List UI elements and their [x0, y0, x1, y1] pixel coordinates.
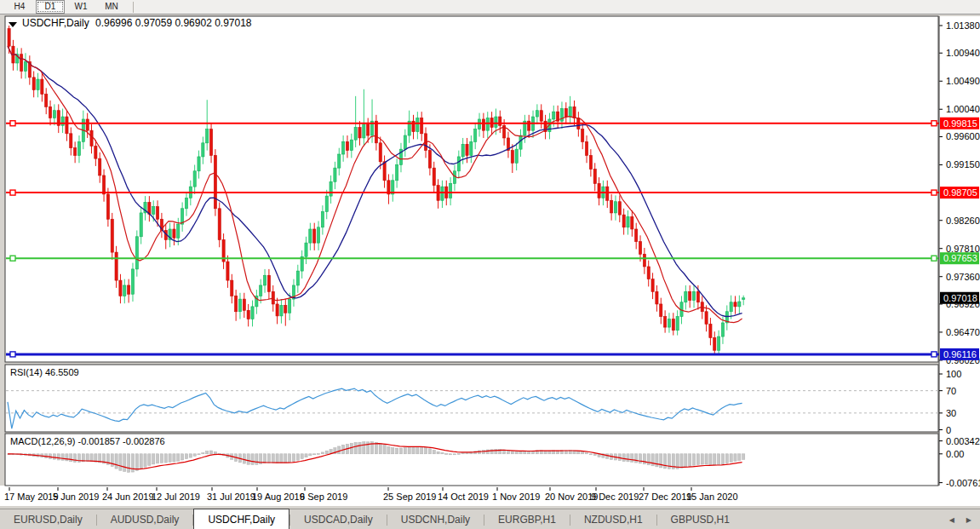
line-drag-handle[interactable]: [931, 190, 937, 195]
macd-bar: [140, 454, 142, 469]
candle-body: [235, 296, 238, 311]
candle-body: [515, 149, 518, 163]
macd-bar: [421, 447, 423, 454]
tabs-scroll-left-icon[interactable]: ◀: [949, 516, 954, 524]
candle-body: [177, 224, 180, 238]
tab-usdchf[interactable]: USDCHF,Daily: [193, 509, 289, 529]
candle-body: [342, 141, 345, 154]
line-drag-handle[interactable]: [10, 352, 15, 357]
line-drag-handle[interactable]: [10, 190, 15, 195]
candle-body: [102, 175, 105, 194]
candle-body: [738, 302, 741, 307]
candle-body: [635, 229, 638, 242]
candle-body: [367, 124, 370, 135]
macd-bar: [730, 454, 732, 463]
candle-body: [267, 275, 270, 291]
line-drag-handle[interactable]: [10, 256, 15, 261]
macd-bar: [292, 454, 295, 462]
candle-body: [32, 78, 35, 90]
macd-bar: [289, 454, 291, 463]
tab-gbpusd[interactable]: GBPUSD,H1: [657, 509, 743, 529]
rsi-tick-label: 30: [946, 408, 956, 418]
timeframe-button-w1[interactable]: W1: [66, 0, 95, 14]
macd-bar: [160, 454, 163, 463]
candle-body: [461, 144, 464, 157]
macd-bar: [206, 451, 209, 454]
candle-body: [421, 118, 423, 133]
tab-nzdusd[interactable]: NZDUSD,H1: [570, 509, 656, 529]
candle-body: [173, 229, 175, 238]
tab-audusd[interactable]: AUDUSD,Daily: [97, 509, 193, 529]
macd-bar: [363, 442, 365, 454]
main-price-panel[interactable]: [5, 16, 938, 362]
candle-body: [276, 304, 278, 316]
macd-bar: [144, 454, 146, 467]
macd-bar: [169, 454, 171, 463]
candle-body: [123, 285, 126, 296]
macd-bar: [408, 447, 410, 454]
candle-body: [214, 155, 216, 208]
price-tick-label: 1.01380: [946, 20, 980, 31]
candle-body: [243, 299, 245, 310]
line-drag-handle[interactable]: [10, 121, 15, 126]
candle-body: [478, 119, 480, 129]
candle-body: [53, 111, 55, 118]
candle-body: [231, 280, 233, 296]
candle-body: [284, 305, 287, 313]
candle-body: [41, 79, 43, 95]
candle-body: [383, 162, 386, 181]
macd-bar: [404, 448, 406, 454]
macd-bar: [115, 454, 117, 469]
candle-body: [606, 187, 609, 200]
rsi-panel[interactable]: [5, 365, 938, 432]
tabs-scroll-right-icon[interactable]: ▶: [966, 516, 971, 524]
date-tick-label: 9 Dec 2019: [591, 492, 639, 502]
macd-bar: [453, 454, 456, 455]
macd-bar: [466, 452, 468, 453]
candle-body: [115, 252, 117, 280]
candle-body: [689, 291, 691, 300]
chart-canvas[interactable]: USDCHF,Daily0.96996 0.97059 0.96902 0.97…: [0, 14, 980, 509]
macd-bar: [135, 454, 138, 471]
tab-usdcad[interactable]: USDCAD,Daily: [290, 509, 387, 529]
date-tick-label: 6 Sep 2019: [300, 492, 347, 502]
candle-body: [289, 299, 291, 313]
macd-bar: [416, 446, 419, 453]
tab-eurgbp[interactable]: EURGBP,H1: [484, 509, 570, 529]
candle-body: [627, 216, 629, 227]
macd-bar: [243, 454, 245, 463]
chart-title: USDCHF,Daily: [22, 17, 89, 29]
timeframe-button-d1[interactable]: D1: [36, 0, 65, 14]
macd-bar: [198, 454, 200, 455]
candle-body: [582, 129, 584, 142]
macd-bar: [305, 454, 307, 457]
candle-body: [486, 118, 489, 130]
timeframe-button-h4[interactable]: H4: [5, 0, 34, 14]
candle-body: [692, 291, 695, 300]
level-price-label: 0.99815: [943, 118, 977, 129]
timeframe-button-mn[interactable]: MN: [97, 0, 126, 14]
candle-body: [106, 194, 109, 219]
tab-usdcnh[interactable]: USDCNH,Daily: [387, 509, 484, 529]
level-price-label: 0.96116: [943, 349, 977, 359]
macd-bar: [57, 454, 60, 460]
candle-body: [734, 302, 736, 307]
candle-body: [313, 229, 316, 243]
candle-body: [37, 79, 39, 89]
candle-body: [206, 129, 209, 143]
macd-bar: [284, 454, 287, 463]
macd-bar: [86, 454, 89, 462]
macd-bar: [589, 454, 592, 455]
line-drag-handle[interactable]: [931, 352, 937, 357]
macd-bar: [313, 454, 316, 455]
candle-body: [730, 302, 732, 312]
macd-bar: [189, 454, 192, 457]
candle-body: [325, 196, 328, 211]
macd-bar: [251, 454, 254, 465]
macd-bar: [593, 454, 596, 456]
macd-bar: [606, 454, 609, 459]
macd-bar: [392, 448, 394, 454]
line-drag-handle[interactable]: [931, 256, 937, 261]
tab-eurusd[interactable]: EURUSD,Daily: [0, 509, 96, 529]
line-drag-handle[interactable]: [931, 121, 937, 126]
